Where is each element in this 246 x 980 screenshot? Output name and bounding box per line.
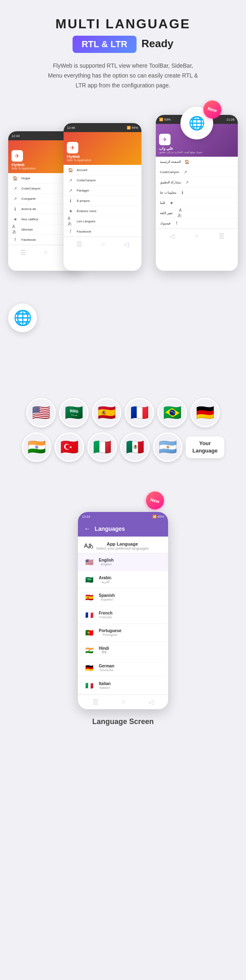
info-icon-ar: ℹ: [180, 190, 185, 195]
menu-item-facebook-ar: فيسبوك f: [156, 218, 238, 228]
flag-spanish: 🇪🇸: [84, 592, 95, 603]
facebook-icon: f: [12, 237, 18, 242]
back-arrow[interactable]: ←: [84, 525, 91, 532]
header-section: MULTI LANGUAGE RTL & LTR Ready FlyWeb is…: [0, 0, 246, 98]
phone-right-signal: 📶 53%: [159, 118, 171, 121]
info-icon: ℹ: [12, 206, 18, 212]
phone-right-nav: ◁ ○ ☰: [156, 228, 238, 243]
new-badge-2-text: New: [150, 497, 160, 504]
phone-middle-time: 12:46: [67, 126, 75, 130]
info-icon-fr: ℹ: [68, 198, 73, 203]
your-language-badge: YourLanguage: [186, 436, 224, 458]
lang-item-hindi[interactable]: 🇮🇳 Hindi हिंदी: [78, 642, 168, 659]
nav-menu-lang: ☰: [93, 698, 98, 706]
share-icon-ar: ↗: [184, 179, 190, 185]
phone-middle-subtitle: Web To Application: [67, 159, 91, 162]
lang-phone-bottom-nav: ☰ ○ ◁: [78, 694, 168, 709]
lang-name-french: French: [99, 611, 112, 615]
lang-item-french[interactable]: 🇫🇷 French Français: [78, 606, 168, 624]
lang-native-arabic: العربية: [99, 580, 112, 584]
flag-mx: 🇲🇽: [120, 432, 150, 462]
share-icon-fr: ↗: [68, 187, 73, 193]
flag-fr: 🇫🇷: [125, 398, 154, 427]
nav-menu-ar: ☰: [219, 232, 224, 240]
app-lang-subtitle: Select your preferred languages: [96, 546, 148, 551]
home-icon-fr: 🏠: [68, 167, 73, 173]
menu-item-apropos: ℹ À propos: [64, 196, 141, 206]
menu-item-about-ar: معلومات عنا ℹ: [156, 187, 238, 198]
flag-french: 🇫🇷: [84, 610, 95, 620]
code-icon: ↗: [12, 185, 18, 191]
lang-item-italian[interactable]: 🇮🇹 Italian Italiano: [78, 677, 168, 694]
code-icon-fr: ↗: [68, 177, 73, 183]
flag-portuguese: 🇵🇹: [84, 627, 95, 638]
lang-name-spanish: Spanish: [99, 593, 115, 598]
lang-name-english: English: [99, 558, 114, 562]
flag-de: 🇩🇪: [190, 398, 220, 427]
lang-item-spanish[interactable]: 🇪🇸 Spanish Español: [78, 589, 168, 606]
star-icon-ar: ★: [169, 200, 174, 206]
lang-item-portuguese[interactable]: 🇵🇹 Portuguese Português: [78, 624, 168, 642]
lang-header-title: Languages: [95, 525, 125, 532]
main-title: MULTI LANGUAGE: [8, 16, 238, 32]
menu-item-lang-ar: تغيير اللغة Aあ: [156, 208, 238, 218]
phone-right-time: 11:26: [226, 118, 235, 121]
menu-item-partager: ↗ Partager: [64, 185, 141, 196]
phone-right-icon: ✈: [159, 134, 171, 145]
lang-icon-fr: Aあ: [68, 218, 73, 224]
lang-phone-statusbar: 13:34 📶 65%: [78, 512, 168, 521]
lang-native-italian: Italiano: [99, 686, 111, 690]
phone-middle-banner: ✈ FlyWeb Web To Application: [64, 132, 141, 165]
lang-item-arabic[interactable]: 🇸🇦 Arabic العربية: [78, 571, 168, 589]
flag-br: 🇧🇷: [157, 398, 187, 427]
nav-home-lang: ○: [121, 698, 125, 706]
app-language-section: Aあ App Language Select your preferred la…: [78, 537, 168, 553]
menu-item-codecanyon-fr: ↗ CodeCanyon: [64, 175, 141, 185]
flags-row-2: 🇮🇳 🇹🇷 🇮🇹 🇲🇽 🇦🇷 YourLanguage: [8, 432, 238, 462]
lang-name-german: German: [99, 664, 114, 668]
phone-left-time: 12:43: [11, 134, 20, 138]
phone-right-subtitle: تحويل موقع الويب التجاري بدر إلى تطبيق: [159, 151, 203, 153]
lang-native-spanish: Español: [99, 598, 115, 601]
lang-icon-ar: Aあ: [176, 210, 182, 216]
nav-menu-fr: ☰: [76, 240, 82, 248]
lang-icon: Aあ: [12, 226, 18, 232]
lang-phone-indicators: 📶 65%: [153, 515, 164, 519]
globe-icon-circle: 🌐: [8, 304, 37, 332]
lang-phone-body: Aあ App Language Select your preferred la…: [78, 537, 168, 709]
phones-section: New 🌐 12:43 📶 ✈ FlyWeb Web To Applicatio…: [0, 98, 246, 386]
phone-left-icon: ✈: [11, 150, 23, 162]
language-phone: 13:34 📶 65% ← Languages Aあ App Language …: [78, 512, 168, 709]
menu-item-facebook-fr: f Facebook: [64, 226, 141, 237]
flag-us: 🇺🇸: [26, 398, 56, 427]
globe-icon: 🌐: [14, 309, 32, 327]
lang-native-french: Français: [99, 615, 112, 619]
subtitle-text: FlyWeb is supported RTL view where ToolB…: [45, 61, 201, 90]
nav-back-lang: ◁: [148, 698, 153, 706]
lang-phone-header: ← Languages: [78, 521, 168, 537]
app-lang-title: App Language: [96, 541, 148, 546]
language-screen-section: New 13:34 📶 65% ← Languages Aあ App Langu…: [0, 479, 246, 742]
share-icon: ↗: [12, 196, 18, 201]
flag-es: 🇪🇸: [92, 398, 121, 427]
code-icon-ar: ↗: [182, 169, 188, 175]
facebook-icon-ar: f: [174, 220, 180, 226]
app-lang-icon: Aあ: [84, 542, 93, 550]
lang-name-arabic: Arabic: [99, 576, 112, 580]
ready-text: Ready: [141, 37, 173, 50]
lang-phone-time: 13:34: [82, 515, 90, 519]
nav-home: ○: [43, 249, 48, 256]
menu-item-leslangues: Aあ Les Langues: [64, 216, 141, 226]
lang-item-german[interactable]: 🇩🇪 German Deutsche: [78, 659, 168, 677]
nav-back-ar: ◁: [169, 232, 174, 240]
flag-tr: 🇹🇷: [55, 432, 84, 462]
lang-item-english[interactable]: 🇺🇸 English English: [78, 553, 168, 571]
phone-container: 12:43 📶 ✈ FlyWeb Web To Application 🏠 Ho…: [0, 98, 246, 365]
flags-row-1: 🇺🇸 🇸🇦 🇪🇸 🇫🇷 🇧🇷 🇩🇪: [8, 398, 238, 427]
phone-right-title: فلي واب: [159, 146, 173, 151]
phone-middle-icon: ✈: [67, 142, 78, 153]
lang-native-portuguese: Português: [99, 633, 121, 637]
lang-native-german: Deutsche: [99, 668, 114, 672]
flag-sa: 🇸🇦: [59, 398, 89, 427]
lang-name-hindi: Hindi: [99, 646, 109, 651]
